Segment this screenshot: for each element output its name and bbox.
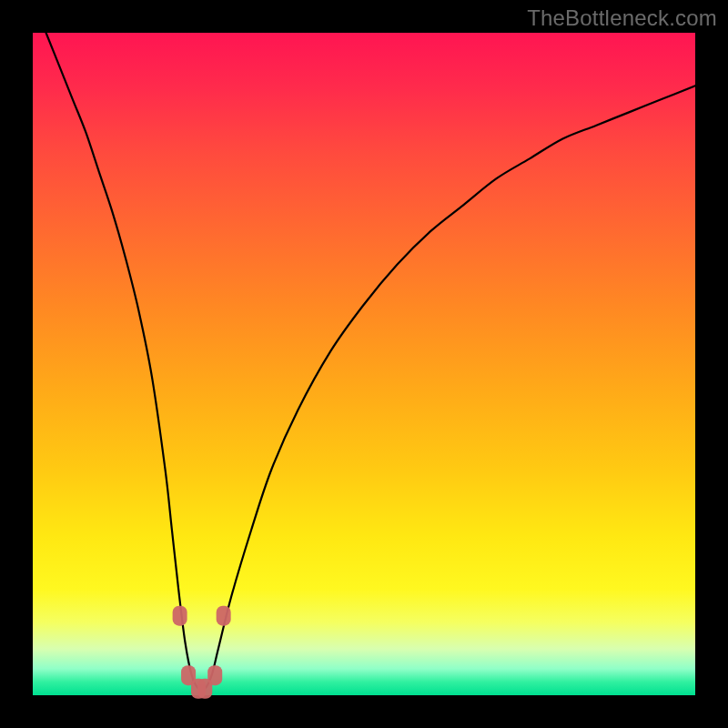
curve-markers: [173, 606, 231, 699]
bottleneck-curve: [46, 33, 695, 691]
curve-marker: [217, 606, 231, 626]
curve-marker: [197, 679, 212, 699]
chart-stage: TheBottleneck.com: [0, 0, 728, 728]
curve-marker: [173, 606, 187, 626]
curve-svg: [33, 33, 695, 695]
plot-area: [33, 33, 695, 695]
watermark-text: TheBottleneck.com: [527, 5, 717, 31]
